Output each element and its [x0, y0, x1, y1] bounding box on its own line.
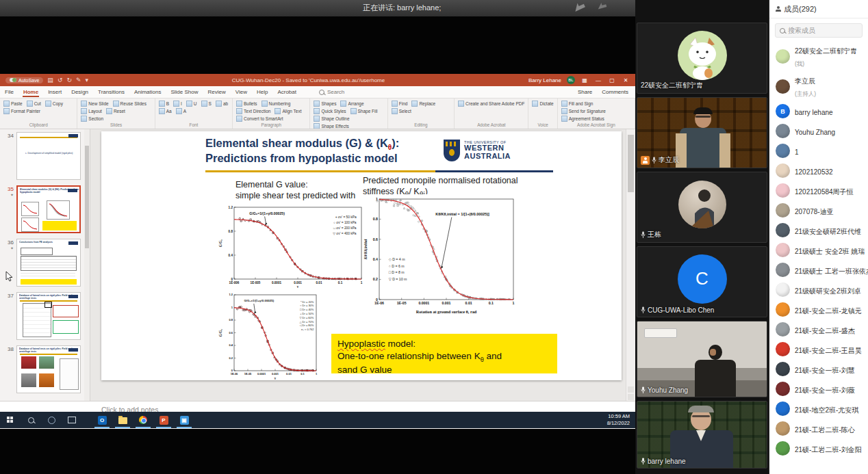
task-view-icon[interactable] [62, 412, 82, 428]
slide-thumbnail-34[interactable]: 34 c. Development of simplified model (r… [0, 132, 83, 180]
ribbon-item[interactable]: ab [216, 101, 228, 107]
member-row[interactable]: 21硕-安全二班-龙镇元 [769, 300, 868, 319]
video-tile-2[interactable]: 李立辰 [637, 97, 767, 168]
video-tile-6[interactable]: barry lehane [637, 401, 767, 469]
ribbon-item[interactable]: Create and Share Adobe PDF [458, 101, 524, 107]
maximize-button[interactable]: ▢ [608, 77, 616, 83]
ribbon-options-icon[interactable]: ▦ [580, 77, 589, 83]
save-icon[interactable]: ▤ [47, 77, 53, 83]
ribbon-item[interactable]: Reset [106, 108, 125, 114]
ribbon-item[interactable]: Shape Outline [314, 116, 349, 122]
taskbar-clock[interactable]: 10:59 AM 8/12/2022 [607, 413, 635, 427]
account-avatar[interactable]: BL [567, 76, 575, 84]
thumbnail-scrollbar[interactable] [84, 129, 90, 401]
slide-scrollbar[interactable] [626, 129, 635, 401]
member-row[interactable]: 21硕-安全一班-刘薇 [769, 379, 868, 399]
ribbon-item[interactable]: A [176, 108, 186, 114]
member-row[interactable]: 21级硕士 安全2班 姚瑞 [769, 240, 868, 260]
ribbon-item[interactable]: Bullets [236, 101, 257, 107]
taskbar-photos-icon[interactable]: ▣ [174, 412, 194, 428]
ribbon-item[interactable]: Aa [159, 108, 172, 114]
tab-transitions[interactable]: Transitions [93, 88, 129, 96]
member-row[interactable]: 21硕-工岩二班-刘金阳 [769, 438, 868, 458]
tab-review[interactable]: Review [203, 88, 230, 96]
ppt-title-bar[interactable]: AutoSave ▤ ↺ ↻ ✎ ▾ CUG-Wuhan-Dec20 - Sav… [0, 74, 635, 86]
pen-icon[interactable]: ✎ [76, 77, 81, 83]
annotation-arrow-icon[interactable] [572, 1, 587, 12]
member-row[interactable]: 21硕-工岩二班-陈心 [769, 419, 868, 438]
ribbon-item[interactable]: Section [81, 116, 103, 122]
taskbar-outlook-icon[interactable]: O [92, 412, 112, 428]
comments-button[interactable]: Comments [602, 89, 628, 95]
ribbon-item[interactable]: Convert to SmartArt [236, 116, 283, 122]
ribbon-item[interactable]: Dictate [532, 101, 553, 107]
ribbon-item[interactable]: Send for Signature [561, 108, 606, 114]
slide-canvas[interactable]: Elemental shear modulus (G) & (Kθ): Pred… [101, 131, 622, 380]
member-row[interactable]: 21级安全硕研2班代维 [769, 220, 868, 240]
annotation-arrow-icon[interactable] [596, 1, 609, 12]
member-row[interactable]: 1202120584周子恒 [769, 181, 868, 200]
member-row[interactable]: Youhu Zhang [769, 121, 868, 141]
ribbon-item[interactable]: U [186, 101, 197, 107]
video-tile-5[interactable]: Youhu Zhang [637, 321, 767, 397]
ribbon-item[interactable]: S [201, 101, 212, 107]
share-button[interactable]: Share [578, 89, 592, 95]
taskbar-powerpoint-icon[interactable]: P [153, 412, 174, 428]
member-row[interactable]: 21硕-安全二班-王昌昊 [769, 339, 868, 359]
cortana-icon[interactable] [41, 412, 62, 428]
member-row[interactable]: B barry lehane [769, 101, 868, 121]
ribbon-item[interactable]: Replace [411, 101, 435, 107]
video-tile-4[interactable]: C CUG-UWA-Libo Chen [637, 246, 767, 317]
member-row[interactable]: 207078-迪亚 [769, 200, 868, 220]
taskbar-chrome-icon[interactable] [133, 412, 153, 428]
ribbon-item[interactable]: Align Text [275, 108, 301, 114]
search-box[interactable]: Search [319, 89, 344, 95]
tab-insert[interactable]: Insert [43, 88, 66, 96]
minimize-button[interactable]: — [594, 77, 602, 83]
ribbon-item[interactable]: New Slide [81, 101, 108, 107]
member-search-input[interactable]: 搜索成员 [775, 23, 863, 38]
slide-thumbnail-panel[interactable]: 34 c. Development of simplified model (r… [0, 129, 90, 401]
ribbon-item[interactable]: Find [392, 101, 408, 107]
tab-slide-show[interactable]: Slide Show [166, 88, 203, 96]
taskbar-search-icon[interactable] [21, 412, 41, 428]
tab-file[interactable]: File [0, 88, 18, 96]
member-row[interactable]: 1 [769, 141, 868, 161]
autosave-toggle[interactable]: AutoSave [5, 77, 43, 83]
ribbon-item[interactable]: Quick Styles [314, 108, 346, 114]
ribbon-item[interactable]: Shape Fill [350, 108, 378, 114]
member-row[interactable]: 21硕-地空2班-尤安琪 [769, 399, 868, 419]
ribbon-item[interactable]: Numbering [261, 101, 291, 107]
member-row[interactable]: 21硕-安全一班-刘慧 [769, 359, 868, 379]
video-tile-1[interactable]: 22硕安全二班郁宁胄 [637, 23, 767, 94]
ribbon-item[interactable]: Shape Effects [314, 123, 348, 129]
tab-design[interactable]: Design [66, 88, 93, 96]
tab-animations[interactable]: Animations [129, 88, 166, 96]
ribbon-item[interactable]: Select [392, 108, 411, 114]
tab-help[interactable]: Help [252, 88, 272, 96]
undo-icon[interactable]: ↺ [58, 77, 63, 83]
slide-thumbnail-35-selected[interactable]: 35✦ Elemental shear modulus (G) & (Kθ): … [0, 185, 83, 233]
ribbon-item[interactable]: Layout [81, 108, 102, 114]
slide-thumbnail-38[interactable]: 38 Database of lateral tests on rigid pi… [0, 345, 83, 393]
taskbar-file-explorer-icon[interactable] [112, 412, 133, 428]
member-row[interactable]: 21硕-安全二班-盛杰 [769, 319, 868, 339]
previous-slide-button[interactable] [628, 386, 634, 393]
ribbon-item[interactable]: B [159, 101, 169, 107]
close-button[interactable]: ✕ [622, 77, 630, 83]
member-list[interactable]: 22硕安全二班郁宁胄 (我) 李立辰 (主持人) B barry leha [769, 41, 868, 458]
member-row[interactable]: 李立辰 (主持人) [769, 71, 868, 101]
ribbon-item[interactable]: Fill and Sign [561, 101, 593, 107]
start-button[interactable] [0, 412, 21, 428]
ribbon-item[interactable]: Shapes [314, 101, 336, 107]
ribbon-item[interactable]: I [173, 101, 182, 107]
ribbon-item[interactable]: Cut [27, 101, 41, 107]
slide-thumbnail-37[interactable]: 37 Database of lateral tests on rigid pi… [0, 292, 83, 340]
member-row[interactable]: 21级硕士 工岩一班张依杰 [769, 260, 868, 280]
tab-acrobat[interactable]: Acrobat [272, 88, 301, 96]
tab-home[interactable]: Home [18, 88, 43, 96]
member-row[interactable]: 1202120532 [769, 161, 868, 181]
account-name[interactable]: Barry Lehane [528, 77, 561, 83]
member-row[interactable]: 21级硕研安全2班刘卓 [769, 280, 868, 300]
ribbon-item[interactable]: Arrange [340, 101, 363, 107]
